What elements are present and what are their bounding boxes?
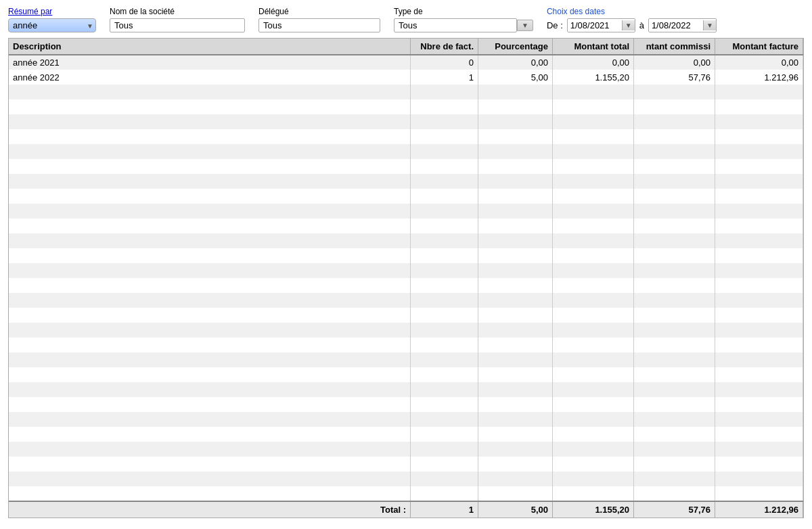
cell-empty (411, 129, 478, 144)
societe-input[interactable] (110, 18, 245, 32)
footer-facture: 1.212,96 (715, 501, 803, 518)
cell-empty (553, 159, 634, 174)
table-row (9, 308, 803, 323)
cell-empty (634, 159, 715, 174)
cell-empty (553, 218, 634, 233)
cell-empty (715, 99, 803, 114)
table-row (9, 218, 803, 233)
cell-empty (553, 293, 634, 308)
top-bar: Résumé par année mois semaine ▼ Nom de l… (0, 0, 812, 38)
cell-empty (715, 382, 803, 397)
cell-commis: 0,00 (634, 55, 715, 70)
resume-par-label: Résumé par (8, 7, 96, 16)
cell-empty (478, 367, 553, 382)
cell-empty (411, 457, 478, 472)
cell-empty (478, 382, 553, 397)
cell-empty (9, 233, 411, 248)
cell-empty (634, 486, 715, 501)
type-dropdown-button[interactable]: ▼ (517, 20, 533, 31)
cell-empty (553, 129, 634, 144)
table-row (9, 472, 803, 486)
cell-empty (9, 412, 411, 427)
cell-empty (715, 293, 803, 308)
table-row (9, 352, 803, 367)
cell-empty (9, 278, 411, 293)
cell-empty (9, 263, 411, 278)
cell-empty (478, 159, 553, 174)
cell-empty (553, 263, 634, 278)
cell-empty (715, 367, 803, 382)
type-wrapper: ▼ (394, 18, 533, 32)
date-de-input[interactable] (568, 19, 622, 32)
delegue-input[interactable] (258, 18, 380, 32)
cell-empty (9, 204, 411, 218)
cell-empty (411, 114, 478, 129)
cell-empty (634, 129, 715, 144)
date-de-label: De : (547, 20, 563, 30)
cell-empty (715, 85, 803, 99)
table-row (9, 382, 803, 397)
cell-empty (478, 293, 553, 308)
cell-empty (478, 427, 553, 442)
cell-empty (715, 263, 803, 278)
cell-facture: 1.212,96 (715, 70, 803, 85)
cell-nbre: 1 (411, 70, 478, 85)
cell-empty (411, 159, 478, 174)
cell-empty (553, 442, 634, 457)
dates-group: Choix des dates De : ▼ à ▼ (547, 7, 717, 32)
cell-empty (634, 412, 715, 427)
cell-empty (634, 352, 715, 367)
cell-pct: 0,00 (478, 55, 553, 70)
cell-empty (715, 412, 803, 427)
cell-empty (715, 174, 803, 189)
type-input[interactable] (394, 18, 517, 32)
cell-empty (634, 218, 715, 233)
resume-par-select[interactable]: année mois semaine (8, 18, 96, 32)
table-row (9, 427, 803, 442)
cell-empty (553, 189, 634, 204)
cell-empty (9, 457, 411, 472)
delegue-group: Délégué (258, 7, 380, 32)
cell-empty (478, 204, 553, 218)
date-de-wrapper: ▼ (567, 18, 635, 32)
table-row (9, 442, 803, 457)
cell-empty (553, 323, 634, 338)
cell-empty (634, 114, 715, 129)
table-row: année 2022 1 5,00 1.155,20 57,76 1.212,9… (9, 70, 803, 85)
date-de-calendar-button[interactable]: ▼ (622, 20, 635, 30)
cell-empty (553, 457, 634, 472)
cell-empty (411, 397, 478, 412)
table-footer-row: Total : 1 5,00 1.155,20 57,76 1.212,96 (9, 501, 803, 518)
cell-empty (9, 174, 411, 189)
type-label: Type de (394, 7, 533, 16)
date-a-wrapper: ▼ (648, 18, 717, 32)
cell-empty (478, 397, 553, 412)
cell-empty (715, 427, 803, 442)
table-row (9, 159, 803, 174)
date-a-input[interactable] (649, 19, 703, 32)
cell-empty (411, 323, 478, 338)
table-header-row: Description Nbre de fact. Pourcentage Mo… (9, 39, 803, 55)
cell-empty (715, 442, 803, 457)
cell-empty (553, 412, 634, 427)
cell-empty (478, 308, 553, 323)
date-a-calendar-button[interactable]: ▼ (703, 20, 716, 30)
col-description: Description (9, 39, 411, 55)
cell-empty (634, 338, 715, 352)
societe-label: Nom de la société (110, 7, 245, 16)
footer-montant: 1.155,20 (553, 501, 634, 518)
cell-empty (553, 99, 634, 114)
cell-empty (634, 99, 715, 114)
cell-empty (411, 233, 478, 248)
cell-empty (478, 412, 553, 427)
cell-empty (634, 204, 715, 218)
cell-empty (715, 278, 803, 293)
cell-empty (715, 472, 803, 486)
cell-empty (715, 218, 803, 233)
table-body: année 2021 0 0,00 0,00 0,00 0,00 année 2… (9, 55, 803, 501)
cell-empty (9, 382, 411, 397)
resume-par-group: Résumé par année mois semaine ▼ (8, 7, 96, 32)
cell-empty (634, 397, 715, 412)
cell-empty (553, 352, 634, 367)
cell-empty (9, 248, 411, 263)
